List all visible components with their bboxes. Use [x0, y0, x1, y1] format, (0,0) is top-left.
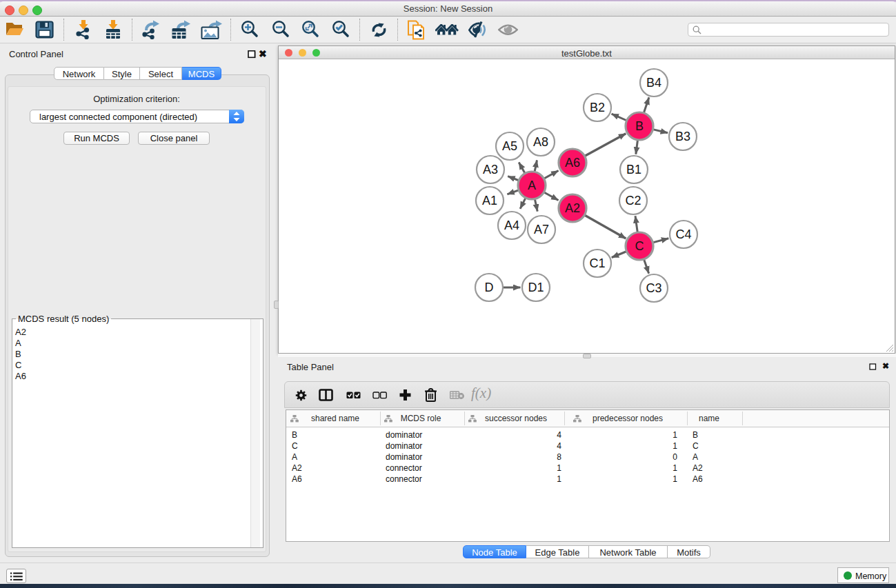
- svg-text:A7: A7: [534, 223, 549, 236]
- svg-text:C: C: [635, 239, 644, 253]
- svg-text:A5: A5: [502, 139, 517, 153]
- svg-text:C2: C2: [625, 194, 641, 207]
- svg-text:C4: C4: [675, 227, 691, 241]
- svg-text:B3: B3: [675, 130, 690, 143]
- svg-text:B2: B2: [590, 101, 605, 114]
- svg-text:C1: C1: [589, 256, 605, 270]
- svg-text:D1: D1: [528, 281, 544, 294]
- svg-text:A2: A2: [565, 201, 580, 215]
- svg-text:A8: A8: [533, 135, 548, 149]
- svg-text:A6: A6: [565, 156, 580, 170]
- svg-text:A1: A1: [482, 194, 497, 207]
- svg-text:B: B: [635, 119, 644, 133]
- svg-text:D: D: [485, 281, 494, 294]
- svg-text:A: A: [528, 179, 536, 192]
- svg-text:B1: B1: [626, 163, 641, 176]
- svg-text:A4: A4: [504, 219, 519, 232]
- svg-text:C3: C3: [646, 281, 661, 295]
- svg-text:B4: B4: [646, 76, 661, 90]
- svg-text:A3: A3: [483, 163, 498, 176]
